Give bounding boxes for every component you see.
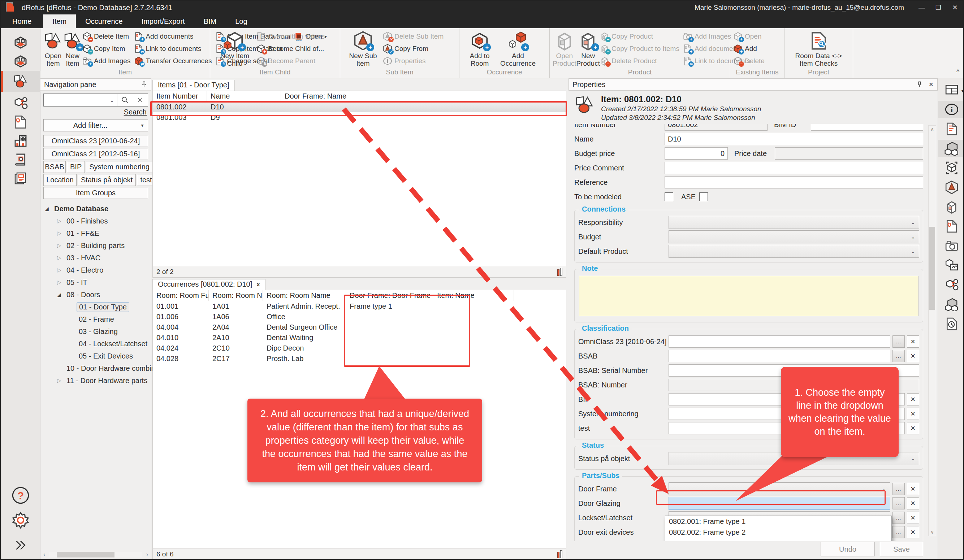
tool-item-children-button[interactable]	[938, 296, 964, 313]
bim-id-field[interactable]	[811, 124, 923, 131]
omniclass23-field[interactable]	[669, 335, 890, 348]
tree-item[interactable]: ▷03 - HVAC	[43, 252, 148, 264]
items-tab[interactable]: Items [01 - Door Type]	[152, 80, 235, 91]
clear-search-button[interactable]	[133, 94, 148, 106]
filter-location[interactable]: Location	[43, 174, 77, 186]
tool-item-systems-button[interactable]	[938, 276, 964, 293]
bsab-browse-button[interactable]: ...	[892, 350, 905, 362]
filter-status-pa-objekt[interactable]: Status på objekt	[78, 174, 136, 186]
scroll-up-icon[interactable]: ∧	[930, 125, 934, 133]
pane-report-icon[interactable]	[557, 550, 562, 558]
expand-sidebar-button[interactable]	[1, 538, 41, 552]
column-header[interactable]: Room: Room N...	[209, 290, 263, 301]
tree-item[interactable]: ▷04 - Electro	[43, 264, 148, 276]
column-header[interactable]: Door Frame: Door Frame - Item: Name	[346, 290, 514, 301]
door-glazing-clear-button[interactable]: ✕	[907, 497, 919, 510]
tree-item[interactable]: 03 - Glazing	[43, 325, 148, 338]
search-link[interactable]: Search	[124, 108, 147, 116]
add-to-room-button[interactable]: + Add to Room	[462, 29, 497, 67]
name-field[interactable]: D10	[664, 133, 923, 145]
tree-item[interactable]: ▷11 - Door Hardware parts	[43, 374, 148, 387]
test-clear-button[interactable]: ✕	[907, 422, 919, 435]
item-row[interactable]: 0801.002D10	[153, 102, 566, 112]
column-header[interactable]: Item Number	[153, 91, 207, 101]
tree-collapsed-icon[interactable]: ▷	[57, 267, 67, 273]
close-tab-icon[interactable]: x	[256, 281, 260, 288]
pin-icon[interactable]	[915, 81, 923, 88]
filter-item-groups[interactable]: Item Groups	[43, 187, 148, 199]
copy-from-button[interactable]: ✓Copy From	[383, 42, 443, 55]
tool-info-button[interactable]	[938, 101, 964, 118]
budget-dropdown[interactable]: ⌄	[669, 230, 919, 243]
door-glazing-dropdown[interactable]	[669, 497, 890, 510]
existing-add-button[interactable]: +Add	[733, 42, 765, 55]
filter-bsab[interactable]: BSAB	[43, 161, 66, 173]
tree-expanded-icon[interactable]: ◢	[57, 292, 67, 298]
tree-item[interactable]: 02 - Frame	[43, 313, 148, 325]
bsab-field[interactable]	[669, 350, 890, 362]
door-glazing-browse-button[interactable]: ...	[892, 497, 905, 510]
tool-log-button[interactable]	[938, 315, 964, 332]
maximize-button[interactable]: ❐	[930, 1, 947, 15]
tree-item[interactable]: ▷00 - Finishes	[43, 215, 148, 227]
filter-omniclass23[interactable]: OmniClass 23 [2010-06-24]	[43, 135, 148, 147]
tree-item[interactable]: ◢Demo Database	[43, 203, 148, 215]
undo-button[interactable]: Undo	[821, 542, 875, 557]
filter-system-numbering[interactable]: System numbering	[86, 161, 153, 173]
pane-report-icon[interactable]	[557, 268, 562, 276]
column-header[interactable]: Room: Room Name	[263, 290, 346, 301]
tree-item[interactable]: 01 - Door Type	[43, 301, 148, 313]
close-button[interactable]: ✕	[947, 1, 963, 15]
item-row[interactable]: 0801.003D9	[153, 112, 566, 123]
occurrence-row[interactable]: 04.0282C17Prosth. Lab	[153, 353, 566, 364]
price-comment-field[interactable]	[664, 162, 923, 174]
tree-collapsed-icon[interactable]: ▷	[57, 242, 67, 249]
to-be-modeled-checkbox[interactable]	[664, 192, 673, 201]
overwritten-values-button[interactable]: Overwritten values	[256, 30, 325, 42]
tool-occurrences-button[interactable]	[938, 140, 964, 157]
copy-product-to-items-button[interactable]: −Copy Product to Items	[600, 42, 679, 55]
sidebar-systems-button[interactable]	[1, 94, 41, 112]
tool-item-bim-button[interactable]	[938, 257, 964, 274]
column-header[interactable]: Room: Room Fu...	[153, 290, 209, 301]
transfer-occurrences-button[interactable]: ⇄Transfer Occurrences	[134, 55, 212, 67]
help-button[interactable]: ?	[1, 486, 41, 505]
default-product-dropdown[interactable]: ⌄	[669, 245, 919, 258]
tree-collapsed-icon[interactable]: ▷	[57, 254, 67, 261]
menu-tab-item[interactable]: Item	[43, 15, 76, 28]
sidebar-documents-button[interactable]	[1, 112, 41, 132]
occurrence-row[interactable]: 04.0102A10Dental Waiting	[153, 332, 566, 343]
occurrence-row[interactable]: 01.0011A01Patient Admin. Recept.Frame ty…	[153, 301, 566, 312]
sidebar-rooms-button[interactable]	[1, 33, 41, 52]
occurrence-row[interactable]: 04.0242C10Dipc Decon	[153, 343, 566, 353]
delete-item-button[interactable]: −Delete Item	[82, 30, 130, 42]
room-data-item-checks-button[interactable]: Room Data <-> Item Checks	[788, 29, 850, 67]
nav-horizontal-scrollbar[interactable]: ‹ ›	[43, 551, 148, 558]
dropdown-option[interactable]: 0802.002: Frame type 2	[665, 527, 891, 537]
layout-selector-button[interactable]: ▾	[938, 81, 964, 99]
tool-images-button[interactable]	[938, 237, 964, 254]
delete-product-button[interactable]: −Delete Product	[600, 55, 679, 67]
add-occurrence-button[interactable]: + Add Occurrence	[497, 29, 539, 67]
reference-field[interactable]	[664, 176, 923, 189]
tree-collapsed-icon[interactable]: ▷	[57, 218, 67, 224]
become-child-of-button[interactable]: +Become Child of...	[256, 42, 325, 55]
bip-clear-button[interactable]: ✕	[907, 393, 919, 405]
pin-icon[interactable]	[140, 81, 147, 88]
sub-item-properties-button[interactable]: Properties	[383, 55, 443, 67]
become-parent-button[interactable]: ⇅Become Parent	[256, 55, 325, 67]
responsibility-dropdown[interactable]: ⌄	[669, 216, 919, 229]
occurrence-row[interactable]: 04.0042A04Dental Surgeon Office	[153, 322, 566, 332]
new-sub-item-button[interactable]: + New Sub Item	[343, 29, 383, 67]
add-filter-dropdown[interactable]: Add filter... ▾	[43, 119, 148, 132]
menu-tab-bim[interactable]: BIM	[194, 15, 226, 28]
tool-bim-object-button[interactable]	[938, 159, 964, 177]
lockset-latchset-clear-button[interactable]: ✕	[907, 512, 919, 524]
scroll-right-icon[interactable]: ›	[142, 551, 148, 558]
column-header[interactable]: Name	[207, 91, 281, 101]
menu-tab-log[interactable]: Log	[226, 15, 256, 28]
door-frame-browse-button[interactable]: ...	[892, 483, 905, 495]
door-frame-clear-button[interactable]: ✕	[907, 483, 919, 495]
open-item-button[interactable]: Open Item	[43, 29, 63, 67]
sidebar-room-templates-button[interactable]	[1, 52, 41, 71]
